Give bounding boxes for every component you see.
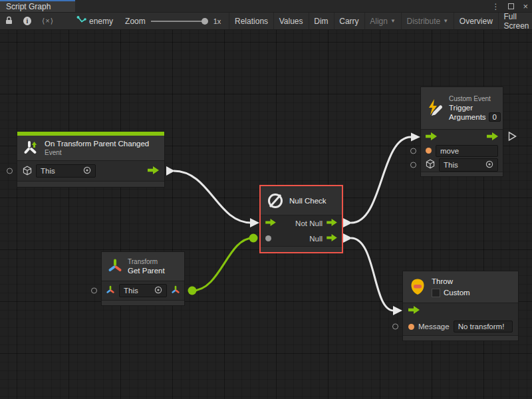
toolbar-buttons: Relations Values Dim Carry Align▼ Distri… xyxy=(229,13,532,29)
code-icon: ⟨×⟩ xyxy=(42,17,54,25)
message-value: No transform! xyxy=(458,323,505,331)
window-controls: ⋮ × xyxy=(491,0,528,13)
node-port-row xyxy=(421,130,503,144)
transform-event-icon xyxy=(23,139,40,158)
event-name-field[interactable]: move xyxy=(436,145,498,157)
node-title: On Transform Parent Changed xyxy=(45,139,149,148)
lock-icon xyxy=(5,16,13,27)
graph-canvas[interactable]: On Transform Parent Changed Event This xyxy=(0,30,532,399)
node-port-row: This xyxy=(102,281,184,300)
unconnected-input-port[interactable] xyxy=(392,324,398,330)
node-footer xyxy=(421,172,503,176)
flow-output-arrow-icon[interactable] xyxy=(327,219,337,227)
object-picker-icon[interactable] xyxy=(83,166,91,176)
button-label: Relations xyxy=(235,17,268,26)
node-port-row: Message No transform! xyxy=(403,318,518,335)
node-footer xyxy=(102,300,184,305)
flow-input-arrow-icon[interactable] xyxy=(426,132,437,142)
unconnected-input-port[interactable] xyxy=(410,148,416,154)
arguments-field[interactable]: 0 xyxy=(489,112,501,122)
node-port-row: Null xyxy=(261,231,342,246)
port-label-null: Null xyxy=(309,235,323,243)
target-field[interactable]: This xyxy=(119,284,167,297)
node-trigger-custom-event[interactable]: Custom Event Trigger Arguments 0 xyxy=(420,86,503,177)
zoom-slider[interactable] xyxy=(151,21,207,22)
node-category: Transform xyxy=(128,257,165,266)
checkbox-label: Custom xyxy=(444,288,470,297)
node-footer xyxy=(403,335,518,340)
lock-button[interactable] xyxy=(0,13,18,29)
values-button[interactable]: Values xyxy=(274,13,309,29)
throw-exception-icon xyxy=(408,277,427,297)
node-header: Custom Event Trigger Arguments 0 xyxy=(421,87,503,130)
message-field[interactable]: No transform! xyxy=(454,321,513,332)
node-null-check[interactable]: Null Check Not Null Null xyxy=(259,185,343,253)
unconnected-input-port[interactable] xyxy=(7,168,13,174)
wire-nullcheck-to-throw[interactable] xyxy=(351,238,394,311)
value-input-port[interactable] xyxy=(265,235,271,241)
zoom-slider-handle[interactable] xyxy=(201,18,208,25)
code-view-button[interactable]: ⟨×⟩ xyxy=(37,13,59,29)
node-subtitle: Event xyxy=(45,148,149,157)
button-label: Overview xyxy=(460,17,493,26)
relations-button[interactable]: Relations xyxy=(229,13,273,29)
button-label: Dim xyxy=(314,17,328,26)
flow-input-arrow-icon[interactable] xyxy=(408,306,420,315)
wire-nullcheck-to-customevent[interactable] xyxy=(351,137,411,223)
gameobject-cube-icon xyxy=(426,159,435,170)
align-button[interactable]: Align▼ xyxy=(364,13,401,29)
custom-checkbox[interactable] xyxy=(432,289,440,297)
object-picker-icon[interactable] xyxy=(154,286,162,295)
string-input-port[interactable] xyxy=(408,324,414,330)
wire-event-to-nullcheck[interactable] xyxy=(174,171,251,223)
graph-breadcrumb[interactable]: enemy xyxy=(71,13,118,29)
dim-button[interactable]: Dim xyxy=(309,13,333,29)
object-picker-icon[interactable] xyxy=(485,160,493,170)
flow-input-arrow-icon[interactable] xyxy=(265,219,276,227)
node-get-parent[interactable]: Transform Get Parent This xyxy=(101,251,185,306)
distribute-button[interactable]: Distribute▼ xyxy=(402,13,454,29)
transform-output-port-icon[interactable] xyxy=(171,285,180,296)
node-on-transform-parent-changed[interactable]: On Transform Parent Changed Event This xyxy=(17,131,165,188)
value-wire-start-dot[interactable] xyxy=(188,287,197,295)
unconnected-input-port[interactable] xyxy=(410,162,416,168)
node-title: Null Check xyxy=(289,196,327,205)
unity-script-graph-window: { "window": { "tab_title": "Script Graph… xyxy=(0,0,532,399)
target-value: This xyxy=(41,167,55,175)
target-field[interactable]: This xyxy=(36,164,96,178)
flow-output-arrow-icon[interactable] xyxy=(487,132,498,142)
chevron-down-icon: ▼ xyxy=(390,18,396,24)
port-label-not-null: Not Null xyxy=(295,219,323,227)
string-input-port[interactable] xyxy=(426,148,432,154)
menu-icon[interactable]: ⋮ xyxy=(491,2,499,11)
unconnected-flow-output-triangle[interactable] xyxy=(508,131,517,142)
tab-title: Script Graph xyxy=(6,2,51,11)
wire-arrowhead xyxy=(393,306,402,315)
close-icon[interactable]: × xyxy=(523,1,528,11)
full-screen-button[interactable]: Full Screen xyxy=(498,13,532,29)
button-label: Full Screen xyxy=(503,12,531,31)
flow-output-arrow-icon[interactable] xyxy=(148,166,159,176)
button-label: Carry xyxy=(339,17,358,26)
wire-getparent-to-nullcheck[interactable] xyxy=(192,238,253,291)
maximize-icon[interactable] xyxy=(508,3,514,9)
unconnected-input-port[interactable] xyxy=(91,288,97,294)
button-label: Values xyxy=(279,17,303,26)
target-value: This xyxy=(444,161,458,169)
target-field[interactable]: This xyxy=(439,158,498,172)
wire-arrowhead xyxy=(250,218,259,227)
tab-script-graph[interactable]: Script Graph xyxy=(0,0,75,12)
flow-output-stub[interactable] xyxy=(343,218,352,227)
chevron-down-icon: ▼ xyxy=(443,18,448,24)
node-throw[interactable]: Throw Custom Message No transform! xyxy=(402,271,519,341)
node-port-row: Not Null xyxy=(261,215,342,231)
gameobject-cube-icon xyxy=(23,166,32,177)
flow-output-arrow-icon[interactable] xyxy=(327,234,337,243)
flow-output-stub[interactable] xyxy=(343,233,352,243)
custom-event-icon xyxy=(426,98,444,119)
info-button[interactable]: i xyxy=(18,13,37,29)
carry-button[interactable]: Carry xyxy=(334,13,364,29)
overview-button[interactable]: Overview xyxy=(454,13,498,29)
graph-toolbar: i ⟨×⟩ enemy Zoom 1x Relations Values Dim… xyxy=(0,13,532,30)
node-header: Null Check xyxy=(261,186,342,215)
